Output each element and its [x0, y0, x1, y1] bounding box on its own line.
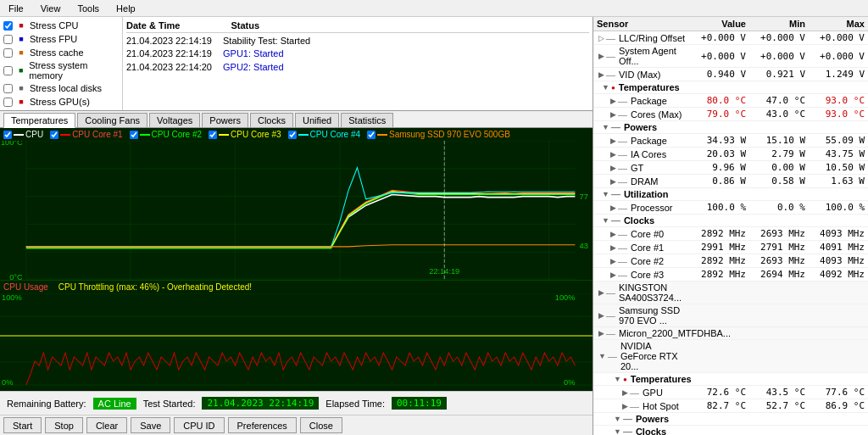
tab-statistics[interactable]: Statistics — [341, 113, 393, 127]
legend-ssd-checkbox[interactable] — [367, 131, 376, 139]
sensor-row[interactable]: ▶—Hot Spot82.7 °C52.7 °C86.9 °C — [593, 399, 868, 413]
tab-unified[interactable]: Unified — [295, 113, 339, 127]
legend-core3-color — [219, 134, 229, 136]
sensor-max: 93.0 °C — [805, 109, 865, 120]
expand-icon[interactable]: ▶ — [610, 150, 616, 159]
sensor-row[interactable]: ▶—Core #22892 MHz2693 MHz4093 MHz — [593, 254, 868, 268]
menu-view[interactable]: View — [36, 3, 66, 14]
legend-core4-checkbox[interactable] — [288, 131, 297, 139]
sensor-row[interactable]: ▶—Package80.0 °C47.0 °C93.0 °C — [593, 94, 868, 108]
expand-icon[interactable]: ▶ — [610, 97, 616, 105]
menu-tools[interactable]: Tools — [72, 3, 104, 14]
sensor-row[interactable]: ▶—Core #32892 MHz2694 MHz4092 MHz — [593, 268, 868, 282]
sensor-row[interactable]: ▷—LLC/Ring Offset+0.000 V+0.000 V+0.000 … — [593, 31, 868, 45]
expand-icon[interactable]: ▼ — [598, 352, 606, 360]
close-button[interactable]: Close — [300, 417, 342, 433]
sensor-row[interactable]: ▼—Powers — [593, 413, 868, 426]
menu-file[interactable]: File — [3, 3, 29, 14]
cpu-id-button[interactable]: CPU ID — [174, 417, 224, 433]
clear-button[interactable]: Clear — [86, 417, 127, 433]
expand-icon[interactable]: ▶ — [622, 402, 628, 410]
stress-memory-checkbox[interactable] — [3, 66, 13, 75]
sensor-row[interactable]: ▼—NVIDIA GeForce RTX 20... — [593, 340, 868, 373]
stress-item-cache[interactable]: ■ Stress cache — [2, 46, 120, 59]
legend-core1[interactable]: CPU Core #1 — [50, 130, 122, 139]
sensor-row[interactable]: ▶—GT9.96 W0.00 W10.50 W — [593, 161, 868, 175]
expand-icon[interactable]: ▶ — [598, 329, 604, 337]
sensor-row[interactable]: ▶—Cores (Max)79.0 °C43.0 °C93.0 °C — [593, 108, 868, 121]
expand-icon[interactable]: ▶ — [598, 288, 604, 297]
sensor-row[interactable]: ▶—Core #02892 MHz2693 MHz4093 MHz — [593, 227, 868, 241]
tab-powers[interactable]: Powers — [202, 113, 248, 127]
sensor-row[interactable]: ▶—Processor100.0 %0.0 %100.0 % — [593, 201, 868, 215]
sensor-row[interactable]: ▶—DRAM0.86 W0.58 W1.63 W — [593, 175, 868, 188]
tab-temperatures[interactable]: Temperatures — [3, 113, 75, 128]
start-button[interactable]: Start — [3, 417, 42, 433]
sensor-row[interactable]: ▶—Core #12991 MHz2791 MHz4091 MHz — [593, 241, 868, 254]
expand-icon[interactable]: ▼ — [602, 190, 609, 198]
sensor-row[interactable]: ▶—KINGSTON SA400S3724... — [593, 282, 868, 304]
expand-icon[interactable]: ▶ — [610, 204, 616, 212]
expand-icon[interactable]: ▼ — [602, 83, 609, 92]
sensor-name: ▶—Processor — [597, 203, 687, 213]
tab-voltages[interactable]: Voltages — [149, 113, 200, 127]
sensor-row[interactable]: ▶—Micron_2200_MTFDHBA... — [593, 327, 868, 340]
sensor-row[interactable]: ▼—Clocks — [593, 215, 868, 227]
expand-icon[interactable]: ▶ — [610, 257, 616, 265]
sensor-row[interactable]: ▶—Samsung SSD 970 EVO ... — [593, 304, 868, 327]
sensor-row[interactable]: ▼●Temperatures — [593, 373, 868, 386]
legend-ssd[interactable]: Samsung SSD 970 EVO 500GB — [367, 130, 510, 139]
sensor-row[interactable]: ▶—Package34.93 W15.10 W55.09 W — [593, 134, 868, 148]
stress-gpu-checkbox[interactable] — [3, 98, 13, 107]
expand-icon[interactable]: ▷ — [598, 34, 604, 42]
sensor-row[interactable]: ▼—Powers — [593, 121, 868, 134]
stress-item-cpu[interactable]: ■ Stress CPU — [2, 19, 120, 32]
tab-cooling-fans[interactable]: Cooling Fans — [77, 113, 147, 127]
legend-core3-checkbox[interactable] — [209, 131, 217, 139]
stress-item-gpu[interactable]: ■ Stress GPU(s) — [2, 95, 120, 109]
sensor-row[interactable]: ▶—VID (Max)0.940 V0.921 V1.249 V — [593, 68, 868, 81]
expand-icon[interactable]: ▶ — [610, 243, 616, 252]
expand-icon[interactable]: ▼ — [614, 427, 621, 435]
stop-button[interactable]: Stop — [45, 417, 83, 433]
stress-item-memory[interactable]: ■ Stress system memory — [2, 59, 120, 81]
legend-core2[interactable]: CPU Core #2 — [130, 130, 202, 139]
status-dash: — — [618, 96, 627, 106]
expand-icon[interactable]: ▶ — [610, 230, 616, 238]
sensor-row[interactable]: ▼—Clocks — [593, 426, 868, 435]
legend-cpu-checkbox[interactable] — [3, 131, 12, 139]
menu-help[interactable]: Help — [111, 3, 141, 14]
sensor-row[interactable]: ▶—IA Cores20.03 W2.79 W43.75 W — [593, 148, 868, 161]
stress-disk-checkbox[interactable] — [3, 84, 13, 93]
expand-icon[interactable]: ▼ — [602, 123, 609, 131]
expand-icon[interactable]: ▶ — [610, 137, 616, 145]
sensor-row[interactable]: ▼—Utilization — [593, 188, 868, 201]
expand-icon[interactable]: ▶ — [598, 52, 604, 60]
stress-fpu-checkbox[interactable] — [3, 35, 13, 44]
expand-icon[interactable]: ▶ — [598, 70, 604, 79]
legend-core4[interactable]: CPU Core #4 — [288, 130, 360, 139]
expand-icon[interactable]: ▼ — [614, 375, 621, 383]
legend-core2-checkbox[interactable] — [130, 131, 138, 139]
expand-icon[interactable]: ▶ — [610, 270, 616, 279]
tab-clocks[interactable]: Clocks — [250, 113, 293, 127]
legend-core3[interactable]: CPU Core #3 — [209, 130, 281, 139]
stress-item-disk[interactable]: ■ Stress local disks — [2, 81, 120, 95]
save-button[interactable]: Save — [131, 417, 170, 433]
expand-icon[interactable]: ▼ — [614, 415, 621, 423]
expand-icon[interactable]: ▼ — [602, 216, 609, 225]
sensor-row[interactable]: ▶—System Agent Off...+0.000 V+0.000 V+0.… — [593, 45, 868, 68]
sensor-row[interactable]: ▼●Temperatures — [593, 81, 868, 94]
stress-cpu-checkbox[interactable] — [3, 21, 13, 31]
expand-icon[interactable]: ▶ — [610, 110, 616, 119]
preferences-button[interactable]: Preferences — [228, 417, 297, 433]
stress-cache-checkbox[interactable] — [3, 48, 13, 58]
stress-item-fpu[interactable]: ■ Stress FPU — [2, 32, 120, 46]
sensor-row[interactable]: ▶—GPU72.6 °C43.5 °C77.6 °C — [593, 386, 868, 399]
expand-icon[interactable]: ▶ — [610, 177, 616, 186]
legend-cpu[interactable]: CPU — [3, 130, 43, 139]
legend-core1-checkbox[interactable] — [50, 131, 58, 139]
expand-icon[interactable]: ▶ — [610, 164, 616, 172]
expand-icon[interactable]: ▶ — [622, 388, 628, 397]
expand-icon[interactable]: ▶ — [598, 311, 604, 320]
